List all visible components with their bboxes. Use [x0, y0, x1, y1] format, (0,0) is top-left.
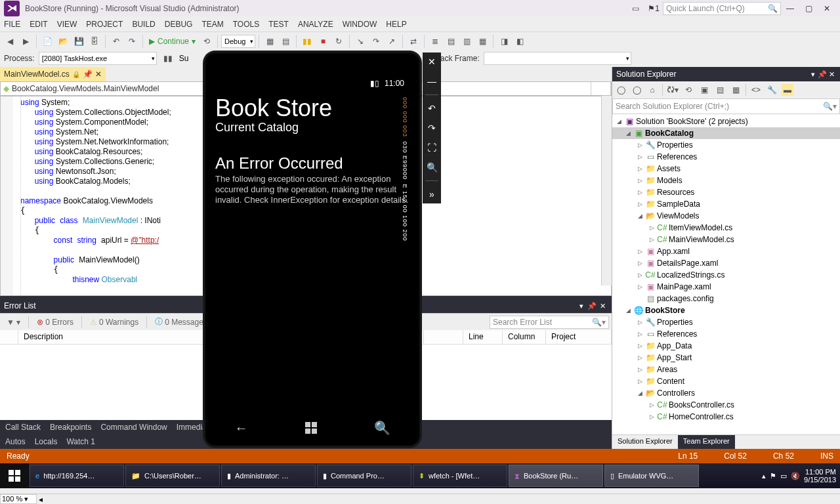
solution-tree[interactable]: ◢▣Solution 'BookStore' (2 projects) ◢▣Bo…	[612, 114, 840, 434]
task-ie[interactable]: ehttp://169.254…	[30, 465, 124, 487]
task-explorer[interactable]: 📁C:\Users\Rober…	[125, 465, 220, 487]
suspend-label[interactable]: Su	[179, 54, 189, 63]
properties-icon[interactable]: 🔧	[766, 84, 778, 96]
close-panel-icon[interactable]: ✕	[597, 302, 608, 310]
tab-autos[interactable]: Autos	[5, 437, 26, 446]
emul-fit-icon[interactable]: ⛶	[425, 141, 438, 154]
tree-item[interactable]: MainPage.xaml	[657, 282, 711, 291]
tb-icon-4[interactable]: ≣	[428, 34, 442, 49]
pin-icon[interactable]: 📌	[83, 70, 93, 79]
nav-back-icon[interactable]: ◀	[3, 34, 17, 49]
dropdown-icon[interactable]: ▾	[576, 302, 587, 310]
notifications-flag-icon[interactable]: ⚑1	[646, 3, 661, 14]
step-into-icon[interactable]: ↘	[353, 34, 368, 49]
refresh-icon[interactable]: ⟲	[682, 84, 694, 96]
tree-item[interactable]: Properties	[657, 140, 693, 150]
tree-item[interactable]: BooksController.cs	[669, 400, 734, 410]
tree-item[interactable]: ItemViewModel.cs	[669, 223, 732, 232]
menu-view[interactable]: VIEW	[57, 20, 77, 29]
col-column[interactable]: Column	[503, 330, 546, 344]
tree-item[interactable]: References	[657, 152, 697, 161]
step-over-icon[interactable]: ↷	[369, 34, 383, 49]
messages-chip[interactable]: ⓘ0 Messages	[151, 315, 211, 329]
errors-chip[interactable]: ⊗0 Errors	[33, 316, 77, 328]
save-all-icon[interactable]: 🗄	[87, 34, 102, 49]
start-button[interactable]	[0, 463, 29, 488]
tree-item[interactable]: App.xaml	[657, 247, 690, 256]
open-icon[interactable]: 📂	[56, 34, 70, 49]
back-icon[interactable]: ◯	[615, 84, 627, 96]
menu-build[interactable]: BUILD	[132, 20, 155, 29]
bookmark-icon[interactable]: ◨	[497, 34, 511, 49]
tree-item[interactable]: App_Start	[657, 353, 692, 362]
tab-commandwindow[interactable]: Command Window	[100, 423, 167, 432]
tray-action-icon[interactable]: ⚑	[770, 472, 776, 480]
task-emulator[interactable]: ▯Emulator WVG…	[604, 465, 699, 487]
emul-zoom-icon[interactable]: 🔍	[425, 161, 438, 174]
tab-locals[interactable]: Locals	[35, 437, 58, 446]
phone-search-button[interactable]: 🔍	[374, 420, 390, 436]
process-dropdown[interactable]: [2080] TaskHost.exe	[39, 52, 157, 65]
window-pos-icon[interactable]: ▾	[808, 70, 818, 79]
fwd-icon[interactable]: ◯	[631, 84, 642, 96]
menu-help[interactable]: HELP	[386, 20, 406, 29]
continue-button[interactable]: ▶ Continue ▾	[146, 37, 198, 46]
tab-callstack[interactable]: Call Stack	[5, 423, 41, 432]
tb-icon-1[interactable]: ▦	[262, 34, 277, 49]
filter-dropdown-icon[interactable]: ▼ ▾	[3, 316, 24, 328]
viewcode-icon[interactable]: <>	[750, 84, 762, 96]
tb-icon-5[interactable]: ▤	[444, 34, 458, 49]
home-icon[interactable]: ⌂	[646, 84, 658, 96]
pause-icon[interactable]: ▮▮	[300, 34, 314, 49]
tree-proj-bookcatalog[interactable]: BookCatalog	[645, 129, 694, 138]
task-cmd[interactable]: ▮Command Pro…	[317, 465, 411, 487]
menu-analyze[interactable]: ANALYZE	[298, 20, 333, 29]
minimize-button[interactable]: ―	[783, 3, 797, 14]
save-icon[interactable]: 💾	[72, 34, 86, 49]
tab-breakpoints[interactable]: Breakpoints	[50, 423, 91, 432]
phone-home-button[interactable]	[305, 422, 317, 434]
tree-item[interactable]: Areas	[657, 365, 677, 374]
tab-mainviewmodel[interactable]: MainViewModel.cs 🔒 📌 ✕	[0, 67, 106, 81]
quick-launch-input[interactable]: Quick Launch (Ctrl+Q)🔍	[663, 2, 781, 15]
tree-item[interactable]: HomeController.cs	[669, 412, 734, 421]
tree-item[interactable]: References	[657, 329, 697, 339]
errorlist-search[interactable]: Search Error List🔍▾	[490, 316, 609, 329]
tab-watch1[interactable]: Watch 1	[66, 437, 95, 446]
tree-item[interactable]: Controllers	[657, 388, 695, 398]
system-tray[interactable]: ▴ ⚑ ▭ 🔇 11:00 PM9/15/2013	[758, 468, 840, 484]
tray-sound-icon[interactable]: 🔇	[791, 472, 800, 480]
col-project[interactable]: Project	[546, 330, 612, 344]
nav-fwd-icon[interactable]: ▶	[18, 34, 33, 49]
emul-tools-icon[interactable]: »	[425, 188, 438, 201]
menu-test[interactable]: TEST	[268, 20, 289, 29]
menu-file[interactable]: FILE	[4, 20, 20, 29]
tree-item[interactable]: Content	[657, 377, 684, 386]
tree-item[interactable]: SampleData	[657, 200, 700, 209]
undo-icon[interactable]: ↶	[109, 34, 123, 49]
tray-up-icon[interactable]: ▴	[762, 472, 766, 480]
emul-rotate-right-icon[interactable]: ↷	[425, 121, 438, 135]
tb-icon-3[interactable]: ⇄	[406, 34, 421, 49]
tree-item[interactable]: App_Data	[657, 341, 692, 350]
redo-icon[interactable]: ↷	[125, 34, 139, 49]
step-out-icon[interactable]: ↗	[385, 34, 399, 49]
tree-proj-bookstore[interactable]: BookStore	[645, 306, 685, 315]
tab-team-explorer[interactable]: Team Explorer	[678, 435, 735, 449]
v-scrollbar[interactable]	[601, 96, 612, 285]
emulator-screen[interactable]: ▮▯11:00 000 000 003 030 E99000 E 152 00 …	[215, 77, 410, 411]
stop-icon[interactable]: ■	[316, 34, 330, 49]
menu-team[interactable]: TEAM	[201, 20, 223, 29]
showall-icon[interactable]: ▤	[714, 84, 726, 96]
tree-item[interactable]: Resources	[657, 188, 694, 197]
member-dropdown[interactable]	[591, 82, 611, 95]
tb-icon-2[interactable]: ▤	[278, 34, 293, 49]
feedback-icon[interactable]: ▭	[628, 3, 642, 14]
menu-project[interactable]: PROJECT	[86, 20, 123, 29]
col-line[interactable]: Line	[463, 330, 503, 344]
maximize-button[interactable]: ▢	[801, 3, 816, 14]
restart-icon[interactable]: ⟲	[200, 34, 214, 49]
config-dropdown[interactable]: Debug	[221, 35, 255, 48]
menu-edit[interactable]: EDIT	[30, 20, 47, 29]
tree-item[interactable]: LocalizedStrings.cs	[657, 270, 724, 280]
